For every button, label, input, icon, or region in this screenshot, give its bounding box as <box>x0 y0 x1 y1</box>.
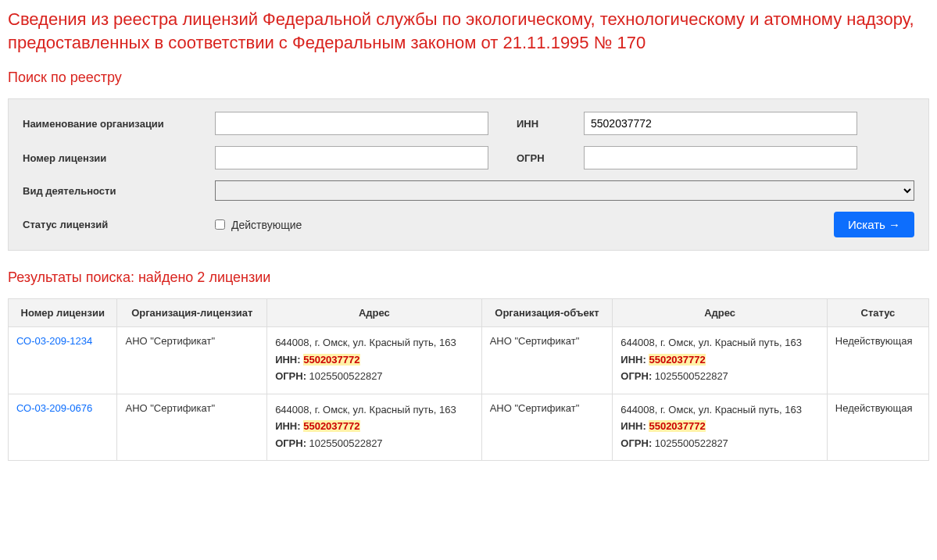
page-title: Сведения из реестра лицензий Федеральной… <box>8 8 929 54</box>
license-no-input[interactable] <box>215 146 488 169</box>
col-status: Статус <box>827 299 928 327</box>
search-button[interactable]: Искать → <box>834 212 914 237</box>
results-table: Номер лицензии Организация-лицензиат Адр… <box>8 298 929 461</box>
cell-licensee: АНО "Сертификат" <box>117 327 267 394</box>
license-no-label: Номер лицензии <box>23 152 202 164</box>
activity-label: Вид деятельности <box>23 185 202 197</box>
cell-object-org: АНО "Сертификат" <box>481 394 613 461</box>
cell-status: Недействующая <box>827 394 928 461</box>
cell-object-org: АНО "Сертификат" <box>481 327 613 394</box>
col-licensee: Организация-лицензиат <box>117 299 267 327</box>
col-object-org: Организация-объект <box>481 299 613 327</box>
inn-label: ИНН <box>517 118 571 130</box>
org-name-input[interactable] <box>215 112 488 135</box>
cell-licensee: АНО "Сертификат" <box>117 394 267 461</box>
col-license-no: Номер лицензии <box>9 299 117 327</box>
active-checkbox-label: Действующие <box>231 219 302 231</box>
ogrn-label: ОГРН <box>517 152 571 164</box>
col-address2: Адрес <box>613 299 828 327</box>
active-checkbox[interactable] <box>215 219 225 230</box>
status-label: Статус лицензий <box>23 219 202 230</box>
org-name-label: Наименование организации <box>23 118 202 130</box>
table-row: СО-03-209-1234АНО "Сертификат"644008, г.… <box>9 327 929 394</box>
license-link[interactable]: СО-03-209-0676 <box>16 402 92 414</box>
table-row: СО-03-209-0676АНО "Сертификат"644008, г.… <box>9 394 929 461</box>
license-link[interactable]: СО-03-209-1234 <box>16 335 92 347</box>
activity-select[interactable] <box>215 180 914 201</box>
cell-address1: 644008, г. Омск, ул. Красный путь, 163ИН… <box>267 327 482 394</box>
col-address1: Адрес <box>267 299 482 327</box>
cell-status: Недействующая <box>827 327 928 394</box>
search-form: Наименование организации ИНН Номер лицен… <box>8 98 929 251</box>
search-section-title: Поиск по реестру <box>8 70 929 86</box>
cell-address1: 644008, г. Омск, ул. Красный путь, 163ИН… <box>267 394 482 461</box>
inn-input[interactable] <box>584 112 857 135</box>
results-title: Результаты поиска: найдено 2 лицензии <box>8 269 929 286</box>
cell-address2: 644008, г. Омск, ул. Красный путь, 163ИН… <box>613 394 828 461</box>
cell-address2: 644008, г. Омск, ул. Красный путь, 163ИН… <box>613 327 828 394</box>
ogrn-input[interactable] <box>584 146 857 169</box>
